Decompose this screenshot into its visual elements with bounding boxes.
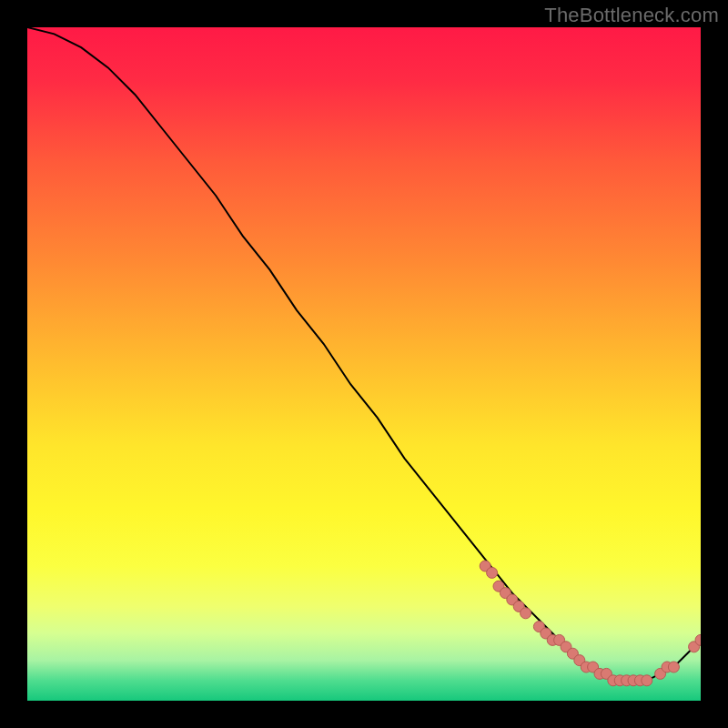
chart-container: { "watermark": "TheBottleneck.com", "col… [0, 0, 728, 728]
bottleneck-chart [27, 27, 701, 701]
watermark-text: TheBottleneck.com [544, 4, 719, 27]
curve-marker [487, 567, 498, 578]
gradient-background [27, 27, 701, 701]
curve-marker [642, 675, 652, 686]
curve-marker [521, 608, 531, 619]
curve-marker [668, 662, 679, 672]
plot-area [27, 27, 701, 701]
